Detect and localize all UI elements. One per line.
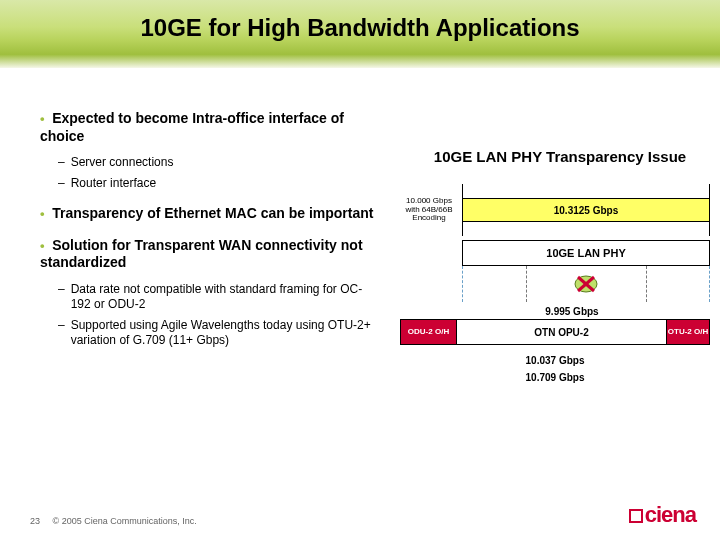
logo-text: ciena bbox=[645, 502, 696, 528]
bullet-3: • Solution for Transparent WAN connectiv… bbox=[40, 237, 380, 272]
not-fit-cross-icon bbox=[574, 272, 598, 296]
bullet-2: • Transparency of Ethernet MAC can be im… bbox=[40, 205, 380, 223]
logo-square-icon bbox=[629, 509, 643, 523]
bullet-list: • Expected to become Intra-office interf… bbox=[40, 110, 380, 354]
bullet-3b-text: Supported using Agile Wavelengths today … bbox=[71, 318, 380, 348]
rate-odu: 10.037 Gbps bbox=[400, 355, 710, 366]
otu2-oh-box: OTU-2 O/H bbox=[666, 320, 710, 344]
diagram-heading: 10GE LAN PHY Transparency Issue bbox=[410, 148, 710, 165]
slide-title: 10GE for High Bandwidth Applications bbox=[0, 14, 720, 42]
bullet-3a-text: Data rate not compatible with standard f… bbox=[71, 282, 380, 312]
lan-phy-box: 10GE LAN PHY bbox=[462, 240, 710, 266]
bullet-1a-text: Server connections bbox=[71, 155, 174, 170]
otn-frame-row: ODU-2 O/H OTN OPU-2 OTU-2 O/H bbox=[400, 319, 710, 345]
footer: 23 © 2005 Ciena Communications, Inc. bbox=[30, 516, 197, 526]
bullet-1: • Expected to become Intra-office interf… bbox=[40, 110, 380, 145]
odu2-oh-box: ODU-2 O/H bbox=[400, 320, 456, 344]
rate-opu-payload: 9.995 Gbps bbox=[434, 306, 710, 317]
bullet-2-text: Transparency of Ethernet MAC can be impo… bbox=[52, 205, 373, 221]
rate-otu: 10.709 Gbps bbox=[400, 372, 710, 383]
diagram: 10.000 Gbps with 64B/66B Encoding 10.312… bbox=[400, 190, 710, 383]
rate-bar-top: 10.3125 Gbps bbox=[462, 190, 710, 230]
bullet-icon: • bbox=[40, 111, 45, 126]
bullet-3b: –Supported using Agile Wavelengths today… bbox=[58, 318, 380, 348]
page-number: 23 bbox=[30, 516, 50, 526]
opu2-box: OTN OPU-2 bbox=[456, 320, 666, 344]
rate-bar-top-fill: 10.3125 Gbps bbox=[462, 198, 710, 222]
bullet-icon: • bbox=[40, 238, 45, 253]
ciena-logo: ciena bbox=[629, 502, 696, 528]
cross-row bbox=[462, 266, 710, 302]
encoding-label: 10.000 Gbps with 64B/66B Encoding bbox=[400, 190, 462, 230]
bullet-icon: • bbox=[40, 206, 45, 221]
copyright-text: © 2005 Ciena Communications, Inc. bbox=[53, 516, 197, 526]
bullet-1b-text: Router interface bbox=[71, 176, 156, 191]
bullet-1-text: Expected to become Intra-office interfac… bbox=[40, 110, 344, 144]
bullet-3a: –Data rate not compatible with standard … bbox=[58, 282, 380, 312]
bullet-1a: –Server connections bbox=[58, 155, 380, 170]
diagram-row-encoded: 10.000 Gbps with 64B/66B Encoding 10.312… bbox=[400, 190, 710, 230]
encoding-label-l3: Encoding bbox=[400, 214, 458, 223]
slide: 10GE for High Bandwidth Applications • E… bbox=[0, 0, 720, 540]
bullet-3-text: Solution for Transparent WAN connectivit… bbox=[40, 237, 363, 271]
bullet-1b: –Router interface bbox=[58, 176, 380, 191]
